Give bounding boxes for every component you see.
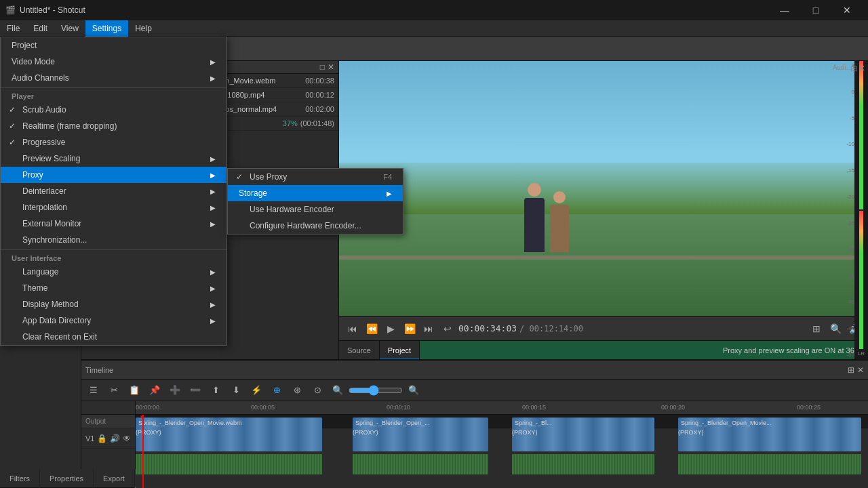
- menu-deinterlacer[interactable]: Deinterlacer ▶: [1, 183, 226, 199]
- tab-project[interactable]: Project: [380, 341, 420, 360]
- track-lock-icon[interactable]: 🔒: [97, 434, 107, 443]
- deinterlacer-arrow: ▶: [210, 188, 216, 195]
- tl-zoom-out-btn[interactable]: 🔍: [328, 382, 347, 399]
- tl-cut-btn[interactable]: ✂: [104, 382, 123, 399]
- menu-synchronization[interactable]: Synchronization...: [1, 232, 226, 248]
- tl-ripple2-btn[interactable]: ⊙: [308, 382, 327, 399]
- settings-dropdown: Project Video Mode ▶ Audio Channels ▶ Pl…: [0, 37, 227, 346]
- db-mark-7: -30: [841, 247, 854, 253]
- menu-file[interactable]: File: [0, 20, 26, 37]
- menu-app-data-dir[interactable]: App Data Directory ▶: [1, 312, 226, 329]
- timeline-title: Timeline: [85, 366, 113, 374]
- tl-zoom-in-btn[interactable]: 🔍: [404, 382, 423, 399]
- step-back-button[interactable]: ⏪: [363, 321, 380, 337]
- menu-external-monitor[interactable]: External Monitor ▶: [1, 216, 226, 232]
- tl-split-btn[interactable]: ⚡: [247, 382, 266, 399]
- grid-button[interactable]: ⊞: [808, 321, 825, 337]
- tab-source[interactable]: Source: [339, 341, 380, 360]
- tl-up-btn[interactable]: ⬆: [206, 382, 225, 399]
- track-v1-label: V1 🔒 🔊 👁: [81, 428, 135, 449]
- menu-theme-label: Theme: [22, 283, 47, 293]
- titlebar-left: 🎬 Untitled* - Shotcut: [5, 5, 85, 15]
- proxy-hw-encoder[interactable]: Use Hardware Encoder: [228, 201, 403, 218]
- jobs-close-icon[interactable]: ✕: [328, 62, 334, 72]
- menu-display-method[interactable]: Display Method ▶: [1, 296, 226, 312]
- play-button[interactable]: ▶: [382, 321, 399, 337]
- language-arrow: ▶: [210, 268, 216, 276]
- tl-snap-btn[interactable]: ⊕: [267, 382, 286, 399]
- menu-realtime[interactable]: Realtime (frame dropping): [1, 118, 226, 134]
- db-mark-1: 0: [841, 89, 854, 95]
- prev-frame-button[interactable]: ⏮: [344, 321, 361, 337]
- figure-1-head: [528, 183, 541, 197]
- menu-video-mode[interactable]: Video Mode ▶: [1, 54, 226, 70]
- menu-realtime-label: Realtime (frame dropping): [22, 121, 117, 131]
- proxy-configure-hw[interactable]: Configure Hardware Encoder...: [228, 218, 403, 234]
- zoom-slider[interactable]: [349, 385, 403, 396]
- timeline-toolbar: ☰ ✂ 📋 📌 ➕ ➖ ⬆ ⬇ ⚡ ⊕ ⊛ ⊙ 🔍 🔍: [81, 380, 868, 401]
- menu-preview-scaling[interactable]: Preview Scaling ▶: [1, 150, 226, 167]
- menu-clear-recent[interactable]: Clear Recent on Exit: [1, 329, 226, 345]
- ruler-mark-3: 00:00:15: [522, 404, 546, 411]
- menu-preview-scaling-label: Preview Scaling: [22, 154, 80, 163]
- timeline-section: Timeline ⊞ ✕ ☰ ✂ 📋 📌 ➕ ➖ ⬆ ⬇ ⚡ ⊕ ⊛: [81, 359, 868, 488]
- menu-help[interactable]: Help: [128, 20, 159, 37]
- menu-audio-channels[interactable]: Audio Channels ▶: [1, 70, 226, 86]
- menu-project[interactable]: Project: [1, 37, 226, 54]
- tl-add-btn[interactable]: ➕: [165, 382, 184, 399]
- db-mark-9: -40: [841, 299, 854, 305]
- menu-edit[interactable]: Edit: [26, 20, 54, 37]
- close-button[interactable]: ✕: [831, 0, 863, 20]
- menu-progressive[interactable]: Progressive: [1, 134, 226, 150]
- audio-waveform-1: [136, 454, 322, 474]
- menu-theme[interactable]: Theme ▶: [1, 280, 226, 296]
- menu-language[interactable]: Language ▶: [1, 264, 226, 280]
- menu-audio-channels-label: Audio Channels: [12, 73, 69, 83]
- audio-waveform-3: [512, 454, 654, 474]
- figures: [524, 138, 604, 252]
- video-clip-4[interactable]: Spring_-_Blender_Open_Movie...(PROXY): [678, 418, 861, 451]
- tl-ripple-btn[interactable]: ⊛: [288, 382, 307, 399]
- menu-settings[interactable]: Settings: [85, 20, 128, 37]
- tl-remove-btn[interactable]: ➖: [186, 382, 205, 399]
- proxy-use-proxy[interactable]: Use Proxy F4: [228, 169, 403, 185]
- ruler-mark-0: 00:00:00: [136, 404, 159, 411]
- playhead[interactable]: [142, 415, 144, 488]
- next-frame-button[interactable]: ⏭: [420, 321, 437, 337]
- track-eye-icon[interactable]: 👁: [123, 434, 131, 443]
- interpolation-arrow: ▶: [210, 204, 216, 211]
- db-mark-8: -35: [841, 273, 854, 279]
- menu-proxy-label: Proxy: [22, 170, 43, 180]
- video-clip-2[interactable]: Spring_-_Blender_Open_...(PROXY): [353, 418, 488, 451]
- tl-paste-btn[interactable]: 📌: [145, 382, 164, 399]
- tl-menu-btn[interactable]: ☰: [84, 382, 103, 399]
- track-mute-icon[interactable]: 🔊: [110, 434, 120, 443]
- proxy-storage[interactable]: Storage ▶: [228, 185, 403, 201]
- menu-project-label: Project: [12, 41, 37, 50]
- ruler-mark-1: 00:00:05: [251, 404, 275, 411]
- menu-proxy[interactable]: Proxy ▶: [1, 167, 226, 183]
- audi-label: Audi...: [833, 64, 852, 71]
- menu-view[interactable]: View: [54, 20, 85, 37]
- job-duration-1: 00:00:38: [305, 77, 334, 85]
- maximize-button[interactable]: □: [800, 0, 831, 20]
- panel-close-icon[interactable]: ✕: [859, 64, 865, 73]
- menu-scrub-audio[interactable]: Scrub Audio: [1, 102, 226, 118]
- step-forward-button[interactable]: ⏩: [401, 321, 418, 337]
- menu-display-method-label: Display Method: [22, 300, 79, 309]
- minimize-button[interactable]: —: [769, 0, 800, 20]
- tl-copy-btn[interactable]: 📋: [125, 382, 144, 399]
- jobs-pause-icon[interactable]: □: [320, 62, 325, 72]
- menu-interpolation[interactable]: Interpolation ▶: [1, 199, 226, 216]
- timeline-expand-icon[interactable]: ⊞: [848, 365, 854, 375]
- panel-expand-icon[interactable]: ⊞: [850, 64, 857, 73]
- ui-section-header: User Interface: [1, 251, 226, 264]
- loop-button[interactable]: ↩: [439, 321, 456, 337]
- tl-down-btn[interactable]: ⬇: [226, 382, 245, 399]
- video-clip-1[interactable]: Spring_-_Blender_Open_Movie.webm(PROXY): [136, 418, 322, 451]
- output-label-text: Output: [85, 418, 106, 425]
- video-clip-3[interactable]: Spring_-_Bl...(PROXY): [512, 418, 654, 451]
- video-area: 3 0 -5 -10 -15 -20 -25 -30 -35 -40 -45 -…: [339, 61, 868, 359]
- job-duration-2: 00:00:12: [305, 91, 334, 99]
- timeline-close-icon[interactable]: ✕: [857, 365, 864, 375]
